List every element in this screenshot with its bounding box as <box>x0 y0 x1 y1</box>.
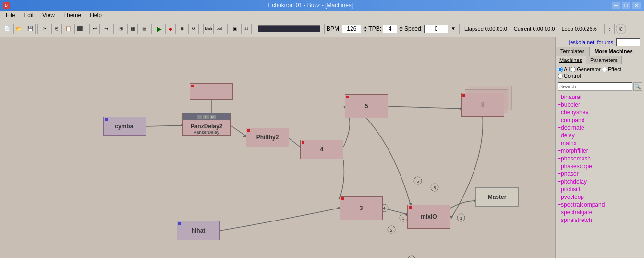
plugin-item-12[interactable]: +pitchsift <box>558 185 642 193</box>
jeskola-link[interactable]: jeskola.net <box>569 39 595 45</box>
stop-button[interactable]: ■ <box>177 24 187 34</box>
radio-generator[interactable]: Generator <box>571 66 601 72</box>
machine-hihat[interactable]: hihat <box>177 221 220 240</box>
plugin-item-7[interactable]: +morphfilter <box>558 147 642 155</box>
subtab-machines[interactable]: Machines <box>556 56 586 64</box>
machine-node4[interactable]: 4 <box>300 140 343 159</box>
new-button[interactable]: 📄 <box>2 24 12 34</box>
radio-control[interactable]: Control <box>558 73 581 79</box>
plugin-item-14[interactable]: +spectralcompand <box>558 201 642 209</box>
machine-canvas[interactable]: 5 8 4 3 2 1 1 <box>0 37 555 258</box>
plugin-item-5[interactable]: +delay <box>558 132 642 139</box>
tpb-up[interactable]: ▲ <box>399 25 403 29</box>
search-input[interactable] <box>558 82 632 91</box>
sep1 <box>37 24 38 34</box>
forums-link[interactable]: forums <box>597 39 613 45</box>
sep10 <box>602 24 602 34</box>
tpb-label: TPB: <box>368 25 381 32</box>
machine-node5[interactable]: 5 <box>345 94 388 118</box>
speed-label: Speed: <box>404 25 423 32</box>
fsm-s[interactable]: S <box>203 115 208 119</box>
plugin-item-2[interactable]: +chebyshev <box>558 109 642 116</box>
menu-file[interactable]: File <box>2 11 19 20</box>
machine-led <box>341 197 344 200</box>
open-button[interactable]: 📂 <box>13 24 24 34</box>
small-search[interactable] <box>616 38 640 46</box>
machine-label: PanzDelay2 <box>191 123 223 130</box>
save-button2[interactable]: ⬛ <box>74 24 85 34</box>
machine-panzdelay2[interactable]: F S M PanzDelay2 PanzerDelay <box>182 113 231 136</box>
radio-all[interactable]: All <box>558 66 570 72</box>
tab-templates[interactable]: Templates <box>556 47 590 56</box>
machine-led <box>105 118 108 121</box>
grid-button[interactable]: ⊞ <box>116 24 126 34</box>
tpb-down[interactable]: ▼ <box>399 29 403 33</box>
plugin-item-11[interactable]: +pitchdelay <box>558 178 642 185</box>
plugin-item-1[interactable]: +bubbler <box>558 101 642 109</box>
misc-btn1[interactable]: blah <box>203 24 214 34</box>
machine-mixio[interactable]: mixIO <box>407 205 450 229</box>
circle-button[interactable]: ◎ <box>616 24 626 34</box>
undo-button[interactable]: ↩ <box>89 24 100 34</box>
search-button[interactable]: 🔍 <box>633 82 642 91</box>
close-button[interactable]: ✕ <box>632 2 641 9</box>
plugin-item-10[interactable]: +phasor <box>558 170 642 178</box>
svg-point-24 <box>457 214 465 221</box>
wave-button[interactable]: ▤ <box>139 24 149 34</box>
window-controls[interactable]: ─ □ ✕ <box>612 2 641 9</box>
play-button[interactable]: ▶ <box>154 24 164 34</box>
menu-help[interactable]: Help <box>86 11 106 20</box>
pattern-button[interactable]: ▦ <box>127 24 138 34</box>
loop-time: Loop 0:00:26:6 <box>561 26 596 32</box>
plugin-item-13[interactable]: +pvocloop <box>558 193 642 201</box>
plugin-item-15[interactable]: +spectralgate <box>558 209 642 216</box>
options-button[interactable]: ⋮ <box>604 24 615 34</box>
machine-master[interactable]: Master <box>475 187 519 207</box>
redo-button[interactable]: ↪ <box>101 24 111 34</box>
cut-button[interactable]: ✂ <box>40 24 50 34</box>
loop-button[interactable]: ↺ <box>188 24 199 34</box>
bpm-down[interactable]: ▼ <box>363 29 367 33</box>
misc-btn2[interactable]: blah <box>215 24 225 34</box>
misc-btn3[interactable]: ▣ <box>230 24 240 34</box>
misc-btn4[interactable]: ♩♩ <box>241 24 252 34</box>
sep6 <box>227 24 228 34</box>
plugin-item-16[interactable]: +spiralstretch <box>558 216 642 224</box>
svg-point-12 <box>414 177 422 184</box>
machine-cymbal[interactable]: cymbal <box>103 117 146 136</box>
maximize-button[interactable]: □ <box>622 2 630 9</box>
plugin-item-9[interactable]: +phasescope <box>558 162 642 170</box>
subtab-parameters[interactable]: Parameters <box>586 56 622 64</box>
save-button[interactable]: 💾 <box>25 24 36 34</box>
plugin-item-3[interactable]: +compand <box>558 116 642 124</box>
copy-button[interactable]: ⎘ <box>51 24 62 34</box>
plugin-item-6[interactable]: +matrix <box>558 139 642 147</box>
menu-view[interactable]: View <box>38 11 59 20</box>
fsm-f[interactable]: F <box>197 115 203 119</box>
bpm-up[interactable]: ▲ <box>363 25 367 29</box>
menu-theme[interactable]: Theme <box>60 11 85 20</box>
machine-led <box>346 96 349 98</box>
machine-top-node[interactable] <box>190 83 233 100</box>
plugin-item-8[interactable]: +phasemash <box>558 155 642 162</box>
machine-node3[interactable]: 3 <box>340 196 383 220</box>
speed-dropdown[interactable]: ▼ <box>450 24 457 34</box>
transport-position-bar[interactable] <box>258 25 320 32</box>
tab-more-machines[interactable]: More Machines <box>590 47 638 56</box>
plugin-item-4[interactable]: +decimate <box>558 124 642 132</box>
svg-text:1: 1 <box>460 216 462 221</box>
menu-edit[interactable]: Edit <box>20 11 37 20</box>
paste-button[interactable]: 📋 <box>63 24 73 34</box>
menu-bar: File Edit View Theme Help <box>0 11 644 20</box>
fsm-m[interactable]: M <box>210 115 216 119</box>
tpb-input[interactable] <box>383 25 397 33</box>
machine-philthy2[interactable]: Philthy2 <box>246 128 289 147</box>
minimize-button[interactable]: ─ <box>612 2 620 9</box>
machine-led <box>191 85 194 87</box>
record-button[interactable]: ● <box>165 24 176 34</box>
speed-input[interactable] <box>424 25 448 33</box>
radio-effect[interactable]: Effect <box>602 66 621 72</box>
filter-radio-group: All Generator Effect Control <box>556 64 644 81</box>
plugin-item-0[interactable]: +binaural <box>558 93 642 101</box>
bpm-input[interactable] <box>342 25 361 33</box>
